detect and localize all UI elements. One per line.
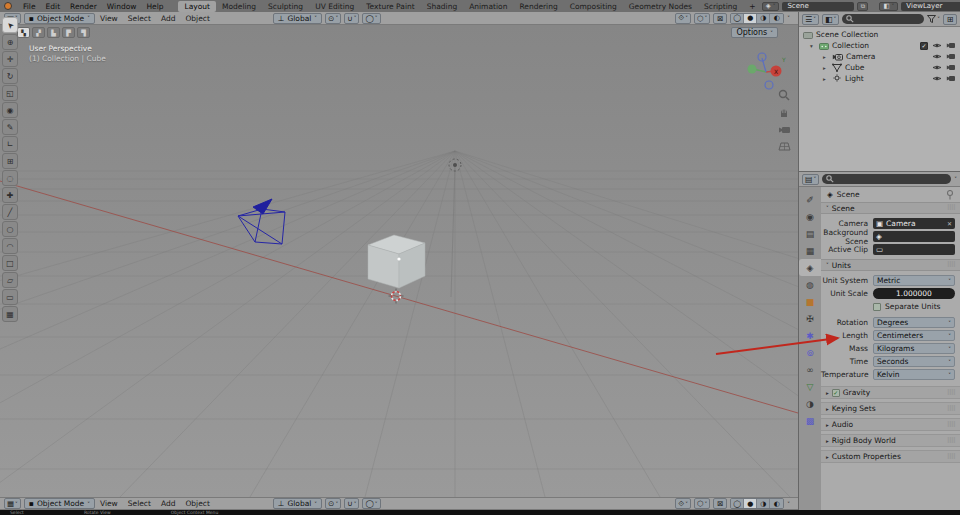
viewport-canvas[interactable]: X Y User Perspective (1) Collection | Cu… — [0, 25, 798, 497]
gizmos-dropdown-b[interactable]: ⟐˅ — [675, 498, 691, 509]
tab-data-properties[interactable]: ▽ — [799, 378, 821, 395]
camera-object[interactable] — [238, 199, 285, 244]
menu-window[interactable]: Window — [102, 2, 142, 11]
mode-dropdown-b[interactable]: ▪Object Mode˅ — [24, 498, 95, 509]
xray-toggle-b[interactable]: ⊠ — [713, 498, 727, 509]
scene-browse-button[interactable]: ◈˅ — [762, 2, 780, 11]
new-collection-button[interactable]: ⊞ — [943, 14, 957, 25]
tab-compositing[interactable]: Compositing — [564, 1, 623, 12]
outliner-search-input[interactable] — [842, 14, 924, 24]
viewport-menu-view[interactable]: View — [95, 14, 123, 23]
hide-eye-icon[interactable] — [932, 42, 942, 49]
xray-toggle[interactable]: ⊠ — [713, 13, 727, 24]
tab-physics-properties[interactable]: ⊚ — [799, 344, 821, 361]
mode-dropdown[interactable]: ▪Object Mode˅ — [24, 13, 95, 24]
tab-geometry-nodes[interactable]: Geometry Nodes — [623, 1, 698, 12]
keying-sets-panel-header[interactable]: ▸ Keying Sets ⠿⠿ — [821, 402, 960, 415]
viewport-menu-object-b[interactable]: Object — [180, 499, 214, 508]
tool-setting-icon-2[interactable]: ▙ — [47, 27, 60, 38]
tab-uv-editing[interactable]: UV Editing — [309, 1, 360, 12]
move-view-icon[interactable] — [776, 105, 792, 121]
cube-object[interactable] — [368, 235, 425, 288]
shading-wireframe-button-b[interactable]: ◯ — [731, 499, 744, 508]
separate-units-checkbox[interactable] — [873, 303, 881, 311]
viewlayer-browse-button[interactable]: ◧˅ — [879, 2, 898, 11]
rigid-body-world-panel-header[interactable]: ▸ Rigid Body World ⠿⠿ — [821, 434, 960, 447]
length-dropdown[interactable]: Centimeters˅ — [873, 330, 955, 341]
cursor-3d-tool[interactable]: ⊕ — [2, 34, 18, 50]
render-visibility-icon[interactable] — [946, 75, 956, 82]
shading-solid-button[interactable]: ● — [744, 14, 757, 23]
hide-eye-icon[interactable] — [932, 53, 942, 60]
outliner-row-cube[interactable]: ▸ Cube — [803, 62, 960, 73]
tab-layout[interactable]: Layout — [178, 1, 216, 12]
gizmos-dropdown[interactable]: ⟐˅ — [675, 13, 691, 24]
tab-scene-properties[interactable]: ◈ — [799, 259, 821, 276]
render-visibility-icon[interactable] — [946, 53, 956, 60]
viewport-menu-add-b[interactable]: Add — [156, 499, 181, 508]
scene-name-field[interactable]: Scene — [782, 2, 854, 11]
tab-texture-paint[interactable]: Texture Paint — [360, 1, 420, 12]
time-dropdown[interactable]: Seconds˅ — [873, 356, 955, 367]
shading-rendered-button[interactable]: ◐ — [770, 14, 783, 23]
background-scene-field[interactable]: ◈ — [873, 231, 955, 242]
unit-scale-slider[interactable]: 1.000000 — [873, 288, 955, 299]
scale-tool[interactable]: ◱ — [2, 85, 18, 101]
annotate-tool[interactable]: ✎ — [2, 119, 18, 135]
tab-rendering[interactable]: Rendering — [513, 1, 563, 12]
shading-material-button[interactable]: ◑ — [757, 14, 770, 23]
shading-wireframe-button[interactable]: ◯ — [731, 14, 744, 23]
pivot-point-dropdown[interactable]: ⊙˅ — [325, 13, 341, 24]
tab-shading[interactable]: Shading — [421, 1, 463, 12]
blender-logo-icon[interactable] — [4, 2, 12, 10]
add-plane-tool[interactable]: ▭ — [2, 289, 18, 305]
snap-toggle-b[interactable]: ∪˅ — [344, 498, 359, 509]
perspective-toggle-icon[interactable] — [776, 139, 792, 155]
overlays-dropdown[interactable]: ⬡˅ — [694, 13, 710, 24]
tool-setting-icon-1[interactable]: ▞ — [32, 27, 45, 38]
collection-checkbox[interactable]: ✓ — [920, 42, 928, 50]
shading-dropdown-b[interactable]: ˅ — [787, 501, 790, 507]
tab-object-properties[interactable]: ■ — [799, 293, 821, 310]
outliner-display-mode-dropdown[interactable]: ◧˅ — [822, 14, 839, 25]
select-box-tool[interactable]: ➤ — [2, 17, 18, 33]
viewport-menu-add[interactable]: Add — [156, 14, 181, 23]
tab-viewlayer-properties[interactable]: ▦ — [799, 242, 821, 259]
tab-constraint-properties[interactable]: ∞ — [799, 361, 821, 378]
camera-view-icon[interactable] — [776, 122, 792, 138]
transform-tool[interactable]: ◉ — [2, 102, 18, 118]
zoom-view-icon[interactable] — [776, 87, 792, 103]
viewport-menu-view-b[interactable]: View — [95, 499, 123, 508]
rotate-tool[interactable]: ↻ — [2, 68, 18, 84]
menu-render[interactable]: Render — [65, 2, 102, 11]
navigation-gizmo[interactable]: X Y — [748, 53, 787, 89]
tab-output-properties[interactable]: ▤ — [799, 225, 821, 242]
add-point-tool[interactable]: ✚ — [2, 187, 18, 203]
viewport-menu-select[interactable]: Select — [123, 14, 156, 23]
tab-render-properties[interactable]: ◉ — [799, 208, 821, 225]
tab-animation[interactable]: Animation — [463, 1, 513, 12]
tab-texture-properties[interactable]: ▩ — [799, 412, 821, 429]
shading-solid-button-b[interactable]: ● — [744, 499, 757, 508]
viewport-menu-object[interactable]: Object — [180, 14, 214, 23]
snap-toggle[interactable]: ∪˅ — [344, 13, 359, 24]
outliner-row-light[interactable]: ▸ Light — [803, 73, 960, 84]
rotation-dropdown[interactable]: Degrees˅ — [873, 317, 955, 328]
audio-panel-header[interactable]: ▸ Audio ⠿⠿ — [821, 418, 960, 431]
hide-eye-icon[interactable] — [932, 75, 942, 82]
mass-dropdown[interactable]: Kilograms˅ — [873, 343, 955, 354]
tab-sculpting[interactable]: Sculpting — [262, 1, 309, 12]
tool-setting-icon-3[interactable]: ▛ — [62, 27, 75, 38]
tab-particle-properties[interactable]: ✱ — [799, 327, 821, 344]
properties-options-dropdown[interactable]: ˅ — [954, 176, 957, 182]
add-arc-tool[interactable]: ◠ — [2, 238, 18, 254]
panel-drag-handle[interactable]: ⠿⠿ — [947, 204, 955, 212]
add-workspace-button[interactable]: + — [743, 1, 761, 12]
hide-eye-icon[interactable] — [932, 64, 942, 71]
pin-icon[interactable] — [946, 190, 954, 200]
pivot-point-dropdown-b[interactable]: ⊙˅ — [325, 498, 341, 509]
custom-properties-panel-header[interactable]: ▸ Custom Properties ⠿⠿ — [821, 450, 960, 463]
outliner-row-camera[interactable]: ▸ Camera — [803, 51, 960, 62]
tab-scripting[interactable]: Scripting — [698, 1, 743, 12]
tab-modeling[interactable]: Modeling — [216, 1, 262, 12]
